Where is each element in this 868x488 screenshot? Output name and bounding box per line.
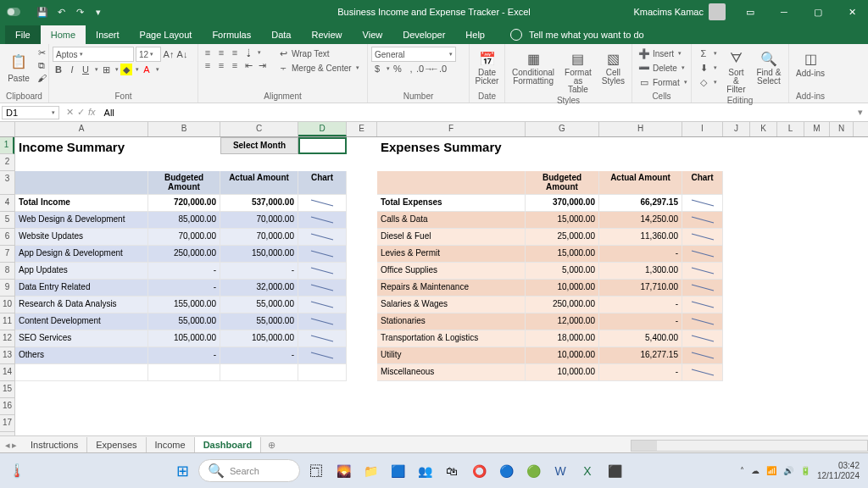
sheet-tab-income[interactable]: Income <box>147 437 195 454</box>
taskbar-weather[interactable]: 🌡️ <box>8 463 25 479</box>
exp-sparkline[interactable] <box>682 246 723 263</box>
exp-sparkline[interactable] <box>682 263 723 280</box>
tray-icon-1[interactable]: ☁ <box>751 466 760 475</box>
task-view-icon[interactable]: ⿹ <box>305 460 327 482</box>
align-top-icon[interactable]: ≡ <box>202 47 214 58</box>
taskbar-search[interactable]: 🔍 Search <box>198 459 300 482</box>
income-sparkline[interactable] <box>298 263 347 280</box>
col-header-C[interactable]: C <box>220 122 298 136</box>
cell-styles-button[interactable]: ▧Cell Styles <box>598 47 628 87</box>
income-header-budget[interactable]: BudgetedAmount <box>148 171 220 195</box>
fill-color-icon[interactable]: ◆ <box>120 64 132 75</box>
exp-row-label[interactable]: Total Expenses <box>377 195 526 212</box>
minimize-icon[interactable]: ─ <box>768 0 800 24</box>
tab-view[interactable]: View <box>353 25 393 44</box>
income-sparkline[interactable] <box>298 212 347 229</box>
income-budget[interactable]: 85,000.00 <box>148 212 220 229</box>
exp-row-label[interactable]: Stationaries <box>377 313 526 330</box>
income-row-label[interactable]: SEO Services <box>15 330 148 347</box>
tray-chevron-icon[interactable]: ˄ <box>740 466 744 475</box>
col-header-N[interactable]: N <box>830 122 854 136</box>
income-sparkline[interactable] <box>298 280 347 297</box>
tab-data[interactable]: Data <box>261 25 301 44</box>
tell-me-search[interactable]: Tell me what you want to do <box>505 25 649 44</box>
undo-icon[interactable]: ↶ <box>53 3 70 20</box>
tab-file[interactable]: File <box>5 25 41 44</box>
cell[interactable] <box>298 364 347 381</box>
exp-row-label[interactable]: Salaries & Wages <box>377 297 526 313</box>
sort-filter-button[interactable]: ᗊSort & Filter <box>721 47 751 96</box>
autosave-icon[interactable] <box>5 3 22 20</box>
format-painter-icon[interactable]: 🖌 <box>36 72 47 84</box>
volume-icon[interactable]: 🔊 <box>783 466 793 475</box>
col-header-K[interactable]: K <box>750 122 777 136</box>
align-center-icon[interactable]: ≡ <box>215 59 227 71</box>
exp-budget[interactable]: 25,000.00 <box>526 229 599 246</box>
qat-dropdown-icon[interactable]: ▾ <box>90 3 107 20</box>
col-header-I[interactable]: I <box>682 122 723 136</box>
tab-formulas[interactable]: Formulas <box>202 25 261 44</box>
row-header-11[interactable]: 11 <box>0 313 14 330</box>
sheet-prev-icon[interactable]: ◂ <box>5 440 10 451</box>
align-left-icon[interactable]: ≡ <box>202 59 214 71</box>
word-icon[interactable]: W <box>549 460 571 482</box>
income-actual[interactable]: - <box>220 347 298 364</box>
income-budget[interactable]: 155,000.00 <box>148 297 220 313</box>
clear-button[interactable]: ◇▾ <box>695 75 720 89</box>
exp-row-label[interactable]: Repairs & Maintenance <box>377 280 526 297</box>
exp-actual[interactable]: - <box>599 246 682 263</box>
exp-header-chart[interactable]: Chart <box>682 171 723 195</box>
format-cells-button[interactable]: ▭Format▾ <box>636 75 690 89</box>
income-sparkline[interactable] <box>298 347 347 364</box>
close-icon[interactable]: ✕ <box>836 0 868 24</box>
name-box[interactable]: D1▾ <box>2 106 59 119</box>
exp-row-label[interactable]: Levies & Permit <box>377 246 526 263</box>
row-header-1[interactable]: 1 <box>0 137 14 154</box>
income-actual[interactable]: 537,000.00 <box>220 195 298 212</box>
italic-icon[interactable]: I <box>66 64 78 75</box>
exp-row-label[interactable]: Utility <box>377 347 526 364</box>
decrease-font-icon[interactable]: A↓ <box>176 48 188 60</box>
exp-sparkline[interactable] <box>682 195 723 212</box>
redo-icon[interactable]: ↷ <box>71 3 88 20</box>
excel-icon[interactable]: X <box>576 460 598 482</box>
col-header-A[interactable]: A <box>15 122 148 136</box>
enter-formula-icon[interactable]: ✓ <box>77 107 85 118</box>
income-sparkline[interactable] <box>298 330 347 347</box>
start-icon[interactable]: ⊞ <box>171 460 193 482</box>
income-sparkline[interactable] <box>298 297 347 313</box>
exp-header-budget[interactable]: BudgetedAmount <box>526 171 599 195</box>
fill-button[interactable]: ⬇▾ <box>695 61 720 75</box>
user-account[interactable]: Kmacims Kamac <box>626 3 732 20</box>
income-actual[interactable]: 70,000.00 <box>220 229 298 246</box>
exp-sparkline[interactable] <box>682 212 723 229</box>
expenses-title[interactable]: Expenses Summary <box>377 137 682 154</box>
income-sparkline[interactable] <box>298 229 347 246</box>
row-header-2[interactable]: 2 <box>0 154 14 171</box>
merge-center-button[interactable]: ⫟Merge & Center▾ <box>275 61 362 75</box>
battery-icon[interactable]: 🔋 <box>800 466 810 475</box>
select-all-corner[interactable] <box>0 122 15 136</box>
add-sheet-button[interactable]: ⊕ <box>261 437 282 453</box>
align-right-icon[interactable]: ≡ <box>229 59 241 71</box>
income-budget[interactable]: 250,000.00 <box>148 246 220 263</box>
save-icon[interactable]: 💾 <box>34 3 51 20</box>
col-header-F[interactable]: F <box>377 122 526 136</box>
tab-home[interactable]: Home <box>41 25 86 44</box>
delete-cells-button[interactable]: ➖Delete▾ <box>636 61 687 75</box>
income-row-label[interactable]: App Design & Development <box>15 246 148 263</box>
conditional-formatting-button[interactable]: ▦Conditional Formatting <box>509 47 558 87</box>
income-actual[interactable]: 105,000.00 <box>220 330 298 347</box>
formula-expand-icon[interactable]: ▾ <box>858 107 863 118</box>
income-actual[interactable]: 55,000.00 <box>220 313 298 330</box>
increase-font-icon[interactable]: A↑ <box>163 48 175 60</box>
income-actual[interactable]: - <box>220 263 298 280</box>
taskbar-app-3[interactable]: ⬛ <box>604 460 626 482</box>
exp-budget[interactable]: 10,000.00 <box>526 364 599 381</box>
sheet-next-icon[interactable]: ▸ <box>12 440 17 451</box>
sheet-tab-dashboard[interactable]: Dashboard <box>195 437 261 454</box>
income-sparkline[interactable] <box>298 313 347 330</box>
edge-icon[interactable]: 🔵 <box>495 460 517 482</box>
exp-row-label[interactable]: Transportation & Logistics <box>377 330 526 347</box>
date-picker-button[interactable]: 📅Date Picker <box>473 47 501 87</box>
